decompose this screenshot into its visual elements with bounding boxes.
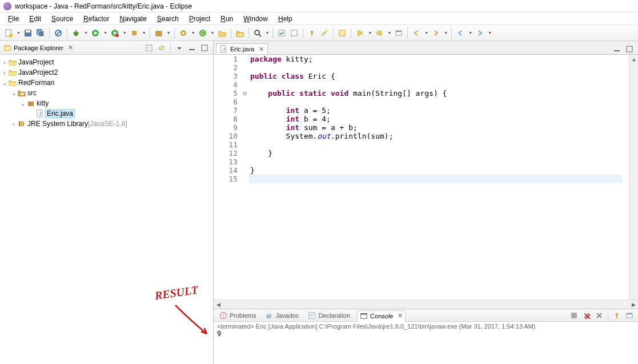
- dropdown-arrow-icon[interactable]: ▼: [103, 31, 107, 35]
- toolbar-save-icon[interactable]: [23, 28, 33, 38]
- toolbar-extcfg-icon[interactable]: [129, 28, 139, 38]
- code-line[interactable]: [250, 98, 629, 106]
- menu-edit[interactable]: Edit: [25, 14, 46, 24]
- code-line[interactable]: public static void main(String[] args) {: [250, 89, 629, 98]
- tree-item-kitty[interactable]: ⌄kitty: [1, 98, 212, 108]
- toolbar-newpkg-icon[interactable]: [154, 28, 164, 38]
- chevron-down-icon[interactable]: ⌄: [1, 80, 8, 86]
- dropdown-arrow-icon[interactable]: ▼: [123, 31, 127, 35]
- code-line[interactable]: int sum = a + b;: [250, 123, 629, 132]
- dropdown-arrow-icon[interactable]: ▼: [84, 31, 88, 35]
- toolbar-fwd-icon[interactable]: [431, 28, 441, 38]
- dropdown-arrow-icon[interactable]: ▼: [142, 31, 146, 35]
- editor-tab-eric[interactable]: J Eric.java ✕: [216, 43, 268, 54]
- pe-max-icon[interactable]: [199, 43, 210, 53]
- dropdown-arrow-icon[interactable]: ▼: [191, 31, 195, 35]
- toolbar-newclass-icon[interactable]: C: [198, 28, 208, 38]
- scroll-left-icon[interactable]: ◀: [214, 300, 223, 309]
- toolbar-next-icon[interactable]: [355, 28, 365, 38]
- pe-link-icon[interactable]: [157, 43, 167, 53]
- code-line[interactable]: [250, 63, 629, 72]
- code-line[interactable]: public class Eric {: [250, 72, 629, 80]
- tab-console[interactable]: Console ✕: [357, 310, 406, 322]
- console-termd-icon[interactable]: [569, 310, 579, 321]
- close-icon[interactable]: ✕: [68, 44, 73, 51]
- dropdown-arrow-icon[interactable]: ▼: [368, 31, 372, 35]
- toolbar-skip-icon[interactable]: [53, 28, 63, 38]
- tree-item-javaproject[interactable]: ›JavaProject: [1, 57, 212, 67]
- menu-window[interactable]: Window: [239, 14, 272, 24]
- code-editor[interactable]: 123456789101112131415 ⊖ package kitty;pu…: [214, 55, 638, 300]
- toolbar-tasks-icon[interactable]: [276, 28, 287, 38]
- chevron-down-icon[interactable]: ⌄: [19, 100, 26, 107]
- menu-project[interactable]: Project: [184, 14, 215, 24]
- tab-declaration[interactable]: Declaration: [306, 310, 352, 321]
- chevron-right-icon[interactable]: ›: [10, 121, 17, 127]
- toolbar-saveall-icon[interactable]: [35, 28, 46, 38]
- toolbar-new-icon[interactable]: [3, 28, 14, 38]
- menu-navigate[interactable]: Navigate: [115, 14, 151, 24]
- toolbar-run-icon[interactable]: [90, 28, 101, 38]
- toolbar-runlast-icon[interactable]: [110, 28, 120, 38]
- tree-item-eric-java[interactable]: JEric.java: [1, 108, 212, 119]
- toolbar-newfolder-icon[interactable]: [217, 28, 227, 38]
- toolbar-open-icon[interactable]: [235, 28, 245, 38]
- console-pin-icon[interactable]: [612, 310, 622, 321]
- menu-file[interactable]: File: [3, 14, 23, 24]
- toolbar-back2-icon[interactable]: [455, 28, 466, 38]
- toolbar-wand-icon[interactable]: [319, 28, 330, 38]
- tree-item-jre-system-library[interactable]: ›JRE System Library [JavaSE-1.8]: [1, 119, 212, 129]
- scroll-up-icon[interactable]: ▲: [629, 55, 638, 64]
- code-line[interactable]: [250, 80, 629, 89]
- pe-min-icon[interactable]: [187, 43, 197, 53]
- toolbar-prev-icon[interactable]: [374, 28, 384, 38]
- minimize-icon[interactable]: [612, 44, 622, 54]
- toolbar-debug-icon[interactable]: [71, 28, 81, 38]
- console-displ-icon[interactable]: [624, 310, 635, 321]
- maximize-icon[interactable]: [624, 44, 635, 54]
- code-line[interactable]: int b = 4;: [250, 115, 629, 123]
- dropdown-arrow-icon[interactable]: ▼: [468, 31, 472, 35]
- dropdown-arrow-icon[interactable]: ▼: [387, 31, 391, 35]
- toolbar-build-icon[interactable]: [178, 28, 188, 38]
- tab-problems[interactable]: ! Problems: [217, 310, 258, 321]
- tree-item-redforman[interactable]: ⌄RedForman: [1, 78, 212, 88]
- tab-javadoc[interactable]: @ Javadoc: [263, 310, 301, 321]
- menu-search[interactable]: Search: [153, 14, 183, 24]
- code-line[interactable]: int a = 5;: [250, 106, 629, 115]
- code-line[interactable]: [250, 157, 629, 166]
- code-line[interactable]: [250, 140, 629, 149]
- console-remove-icon[interactable]: [594, 310, 604, 321]
- pe-viewmenu-icon[interactable]: [174, 43, 184, 53]
- chevron-right-icon[interactable]: ›: [1, 70, 8, 76]
- menu-refactor[interactable]: Refactor: [79, 14, 114, 24]
- vertical-scrollbar[interactable]: ▲: [629, 55, 638, 300]
- code-line[interactable]: }: [250, 149, 629, 157]
- dropdown-arrow-icon[interactable]: ▼: [444, 31, 448, 35]
- scroll-right-icon[interactable]: ▶: [629, 300, 638, 309]
- close-icon[interactable]: ✕: [259, 46, 264, 53]
- package-explorer-tree[interactable]: ›JavaProject›JavaProject2⌄RedForman⌄src⌄…: [0, 55, 213, 364]
- toolbar-annot-icon[interactable]: [337, 28, 347, 38]
- toolbar-fwd2-icon[interactable]: [475, 28, 485, 38]
- horizontal-scrollbar[interactable]: ◀ ▶: [214, 300, 638, 309]
- menu-help[interactable]: Help: [274, 14, 297, 24]
- code-line[interactable]: }: [250, 166, 629, 175]
- toolbar-back-icon[interactable]: [411, 28, 422, 38]
- dropdown-arrow-icon[interactable]: ▼: [266, 31, 270, 35]
- pe-collapse-icon[interactable]: [144, 43, 154, 53]
- dropdown-arrow-icon[interactable]: ▼: [17, 31, 21, 35]
- dropdown-arrow-icon[interactable]: ▼: [167, 31, 171, 35]
- toolbar-search-icon[interactable]: [252, 28, 263, 38]
- toolbar-pin-icon[interactable]: [307, 28, 317, 38]
- toolbar-showin-icon[interactable]: [394, 28, 404, 38]
- close-icon[interactable]: ✕: [398, 312, 403, 319]
- menu-source[interactable]: Source: [47, 14, 78, 24]
- dropdown-arrow-icon[interactable]: ▼: [424, 31, 428, 35]
- console-removeall-icon[interactable]: [581, 310, 592, 321]
- dropdown-arrow-icon[interactable]: ▼: [488, 31, 492, 35]
- dropdown-arrow-icon[interactable]: ▼: [211, 31, 215, 35]
- tree-item-src[interactable]: ⌄src: [1, 88, 212, 98]
- tree-item-javaproject2[interactable]: ›JavaProject2: [1, 67, 212, 78]
- chevron-down-icon[interactable]: ⌄: [10, 90, 17, 96]
